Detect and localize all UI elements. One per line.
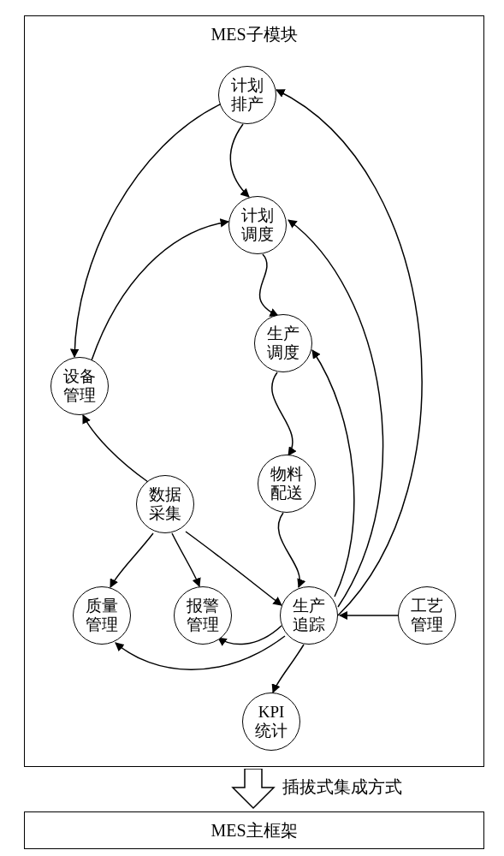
node-plan-schedule: 计划排产 xyxy=(218,66,276,124)
node-material-deliver: 物料配送 xyxy=(258,455,316,513)
node-kpi-stat: KPI统计 xyxy=(242,693,300,751)
mes-main-frame-box: MES主框架 xyxy=(24,811,484,849)
integration-label: 插拔式集成方式 xyxy=(282,776,402,799)
node-data-collect: 数据采集 xyxy=(136,475,194,533)
mes-submodule-container: MES子模块 计划排产 计划调度 生产调度 设备管理 数据采集 物料配送 质量管… xyxy=(24,15,484,767)
node-prod-trace: 生产追踪 xyxy=(280,586,338,645)
node-plan-dispatch: 计划调度 xyxy=(228,196,287,254)
node-process-mgmt: 工艺管理 xyxy=(398,586,456,645)
node-alarm-mgmt: 报警管理 xyxy=(174,586,232,645)
node-equip-mgmt: 设备管理 xyxy=(50,357,109,415)
node-quality-mgmt: 质量管理 xyxy=(73,586,131,645)
node-prod-dispatch: 生产调度 xyxy=(254,314,312,372)
integration-arrow xyxy=(229,769,277,810)
container-title: MES子模块 xyxy=(210,23,297,46)
